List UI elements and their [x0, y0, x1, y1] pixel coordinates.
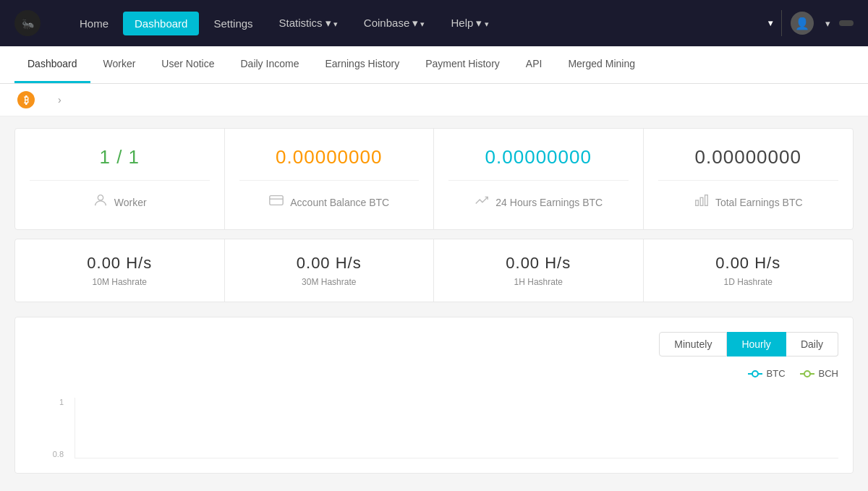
chart-btn-hourly[interactable]: Hourly	[727, 332, 786, 356]
tab-user-notice[interactable]: User Notice	[148, 46, 227, 83]
hashrate-value: 0.00 H/s	[506, 254, 571, 273]
hashrate-card-1h-hashrate: 0.00 H/s 1H Hashrate	[434, 239, 644, 302]
nav-item-help[interactable]: Help ▾	[439, 11, 500, 35]
y-ticks: 1 0.8	[30, 398, 69, 458]
stat-value: 0.00000000	[276, 146, 382, 168]
svg-rect-7	[705, 195, 708, 206]
chart-btn-minutely[interactable]: Minutely	[659, 332, 727, 356]
btc-icon: ₿	[17, 91, 35, 108]
svg-rect-3	[270, 196, 283, 205]
y-tick-08: 0.8	[53, 450, 64, 458]
stat-label: Worker	[93, 192, 147, 212]
chart-plot	[75, 398, 838, 458]
tab-worker[interactable]: Worker	[90, 46, 149, 83]
svg-point-11	[804, 371, 810, 377]
stat-divider	[658, 180, 839, 181]
tab-api[interactable]: API	[513, 46, 556, 83]
chart-btn-daily[interactable]: Daily	[786, 332, 838, 356]
logo-icon: 🐜	[14, 10, 41, 36]
stat-divider	[448, 180, 629, 181]
stat-icon	[474, 192, 490, 212]
svg-rect-5	[696, 200, 699, 205]
stat-label: Account Balance BTC	[268, 192, 389, 212]
nav-item-coinbase[interactable]: Coinbase ▾	[352, 11, 437, 35]
chart-svg	[75, 398, 838, 458]
legend-label-btc: BTC	[767, 368, 786, 379]
nav-item-statistics[interactable]: Statistics ▾	[268, 11, 349, 35]
nav-links: HomeDashboardSettingsStatistics ▾Coinbas…	[68, 11, 768, 35]
svg-rect-6	[700, 197, 703, 205]
stat-divider	[30, 180, 210, 181]
legend-item-btc: BTC	[748, 368, 786, 379]
breadcrumb-bar: ₿ ›	[0, 84, 868, 116]
stat-label: 24 Hours Earnings BTC	[474, 192, 603, 212]
stat-card-account-balance-btc: 0.00000000 Account Balance BTC	[225, 129, 435, 229]
hashrate-sublabel: 30M Hashrate	[302, 277, 356, 287]
chart-legend: BTC BCH	[30, 368, 838, 379]
nav-item-dashboard[interactable]: Dashboard	[123, 12, 199, 35]
tab-earnings-history[interactable]: Earnings History	[312, 46, 412, 83]
stat-cards-row: 1 / 1 Worker 0.00000000 Account Balance …	[14, 128, 854, 230]
stat-value: 1 / 1	[99, 146, 140, 168]
stat-icon	[93, 192, 109, 212]
main-content: 1 / 1 Worker 0.00000000 Account Balance …	[0, 116, 868, 485]
hashrate-cards-row: 0.00 H/s 10M Hashrate 0.00 H/s 30M Hashr…	[14, 239, 854, 302]
stat-icon	[694, 192, 710, 212]
stat-icon	[268, 192, 284, 212]
hashrate-sublabel: 1D Hashrate	[724, 277, 773, 287]
stat-card-24-hours-earnings-btc: 0.00000000 24 Hours Earnings BTC	[434, 129, 644, 229]
y-tick-1: 1	[59, 398, 64, 406]
logo[interactable]: 🐜	[14, 10, 46, 36]
breadcrumb-chevron: ›	[58, 94, 61, 106]
hashrate-card-1d-hashrate: 0.00 H/s 1D Hashrate	[644, 239, 854, 302]
nav-item-home[interactable]: Home	[68, 12, 120, 35]
chart-section: MinutelyHourlyDaily BTC BCH 1 0.8	[14, 317, 854, 474]
stat-label-text: Account Balance BTC	[290, 197, 389, 208]
breadcrumb-left: ₿ ›	[17, 91, 67, 108]
hashrate-value: 0.00 H/s	[297, 254, 362, 273]
hashrate-value: 0.00 H/s	[715, 254, 780, 273]
legend-line-bch	[800, 370, 814, 377]
user-dropdown-icon: ▾	[825, 18, 830, 29]
stat-value: 0.00000000	[485, 146, 592, 168]
stat-label-text: Total Earnings BTC	[715, 197, 803, 208]
chart-controls: MinutelyHourlyDaily	[659, 332, 838, 356]
user-avatar: 👤	[791, 12, 814, 35]
sub-navigation: DashboardWorkerUser NoticeDaily IncomeEa…	[0, 46, 868, 84]
tab-merged-mining[interactable]: Merged Mining	[555, 46, 648, 83]
stat-value: 0.00000000	[695, 146, 801, 168]
stat-divider	[239, 180, 420, 181]
account-name: ▾	[768, 17, 773, 30]
chart-area: 1 0.8	[30, 386, 838, 458]
tab-dashboard[interactable]: Dashboard	[14, 46, 90, 83]
hashrate-sublabel: 1H Hashrate	[514, 277, 563, 287]
lang-button[interactable]	[839, 20, 854, 26]
stat-label-text: 24 Hours Earnings BTC	[495, 197, 603, 208]
stat-label: Total Earnings BTC	[694, 192, 803, 212]
legend-item-bch: BCH	[800, 368, 838, 379]
svg-point-2	[98, 195, 103, 200]
hashrate-value: 0.00 H/s	[87, 254, 152, 273]
tab-payment-history[interactable]: Payment History	[412, 46, 513, 83]
user-info[interactable]: 👤 ▾	[791, 12, 830, 35]
nav-divider	[781, 10, 782, 36]
stat-card-total-earnings-btc: 0.00000000 Total Earnings BTC	[644, 129, 854, 229]
stat-card-worker: 1 / 1 Worker	[15, 129, 225, 229]
hashrate-card-30m-hashrate: 0.00 H/s 30M Hashrate	[225, 239, 435, 302]
svg-text:🐜: 🐜	[22, 18, 35, 30]
sub-account-info: ▾	[768, 17, 773, 30]
nav-right: ▾ 👤 ▾	[768, 10, 854, 36]
nav-item-settings[interactable]: Settings	[202, 12, 264, 35]
tab-daily-income[interactable]: Daily Income	[228, 46, 312, 83]
chart-header: MinutelyHourlyDaily	[30, 332, 838, 356]
hashrate-card-10m-hashrate: 0.00 H/s 10M Hashrate	[15, 239, 225, 302]
top-navigation: 🐜 HomeDashboardSettingsStatistics ▾Coinb…	[0, 0, 868, 46]
legend-line-btc	[748, 370, 762, 377]
stat-label-text: Worker	[114, 197, 147, 208]
hashrate-sublabel: 10M Hashrate	[93, 277, 147, 287]
svg-point-9	[752, 371, 758, 377]
legend-label-bch: BCH	[819, 368, 838, 379]
